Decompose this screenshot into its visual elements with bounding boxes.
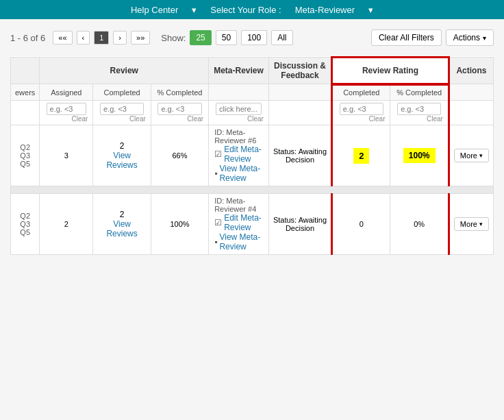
view-reviews-link-1[interactable]: View Reviews [106, 151, 137, 170]
cell-meta-review-2: ID: Meta-Reviewer #4 Edit Meta-Review Vi… [209, 194, 269, 255]
more-button-2[interactable]: More [454, 217, 489, 231]
edit-meta-review-link-2[interactable]: Edit Meta-Review [224, 213, 263, 232]
filter-meta-review-input[interactable] [216, 103, 262, 115]
cell-discussion-1: Status: Awaiting Decision [268, 125, 331, 186]
actions-button[interactable]: Actions [446, 29, 494, 46]
filter-rr-completed[interactable]: Clear [332, 101, 390, 125]
clear-completed-filter[interactable]: Clear [96, 115, 147, 123]
data-table-wrapper: Review Meta-Review Discussion & Feedback… [10, 56, 494, 255]
cell-rr-pct-2: 0% [390, 194, 449, 255]
page-range: 1 - 6 of 6 [10, 33, 45, 43]
col-discussion [268, 84, 331, 101]
nav-dropdown-arrow: ▾ [192, 5, 197, 15]
col-pct-completed: % Completed [151, 84, 208, 101]
cell-pct-2: 100% [151, 194, 208, 255]
col-rr-pct-completed: % Completed [390, 84, 449, 101]
show-all-button[interactable]: All [271, 30, 292, 45]
cell-pct-1: 66% [151, 125, 208, 186]
cell-rr-completed-2: 0 [332, 194, 390, 255]
completed-count-2: 2 [120, 210, 125, 219]
col-reviewers: ewers [11, 84, 40, 101]
reviewers-group-header [11, 58, 40, 84]
first-page-button[interactable]: «« [53, 31, 72, 45]
col-meta-review [209, 84, 269, 101]
clear-meta-filter[interactable]: Clear [212, 115, 266, 123]
q-label-q3-2: Q3 [20, 220, 30, 228]
col-completed: Completed [93, 84, 151, 101]
view-meta-review-link-1[interactable]: View Meta-Review [219, 164, 262, 183]
q-label-q3: Q3 [20, 151, 30, 160]
filter-rr-completed-input[interactable] [340, 103, 383, 115]
col-rr-completed: Completed [332, 84, 390, 101]
review-rating-group-header: Review Rating [332, 58, 449, 84]
current-page-button[interactable]: 1 [94, 31, 109, 45]
cell-rr-completed-1: 2 [332, 125, 390, 186]
cell-completed-2: 2 View Reviews [93, 194, 151, 255]
cell-assigned-2: 2 [40, 194, 93, 255]
cell-completed-1: 2 View Reviews [93, 125, 151, 186]
row-divider [11, 186, 494, 194]
edit-meta-review-1[interactable]: Edit Meta-Review [214, 145, 263, 164]
role-value-link[interactable]: Meta-Reviewer [295, 5, 355, 15]
edit-meta-review-2[interactable]: Edit Meta-Review [214, 213, 263, 232]
filter-reviewers [11, 101, 40, 125]
meta-review-id-2: ID: Meta-Reviewer #4 [214, 197, 263, 213]
q-label-q2-2: Q2 [20, 212, 30, 220]
cell-q-labels-2: Q2 Q3 Q5 [11, 194, 40, 255]
data-table: Review Meta-Review Discussion & Feedback… [10, 56, 494, 255]
filter-completed-input[interactable] [100, 103, 144, 115]
filter-rr-pct[interactable]: Clear [390, 101, 449, 125]
filter-discussion [268, 101, 331, 125]
last-page-button[interactable]: »» [131, 31, 150, 45]
view-meta-review-1[interactable]: View Meta-Review [214, 164, 263, 183]
completed-count-1: 2 [120, 141, 125, 151]
col-actions [449, 84, 493, 101]
show-50-button[interactable]: 50 [216, 30, 237, 45]
rr-completed-badge-1: 2 [353, 148, 369, 164]
prev-page-button[interactable]: ‹ [77, 31, 90, 45]
clear-filters-button[interactable]: Clear All Filters [371, 29, 442, 46]
pagination-row: 1 - 6 of 6 «« ‹ 1 › »» Show: 25 50 100 A… [10, 26, 494, 49]
cell-rr-pct-1: 100% [390, 125, 449, 186]
role-dropdown-arrow: ▾ [368, 5, 373, 15]
filter-assigned-input[interactable] [47, 103, 87, 115]
view-reviews-link-2[interactable]: View Reviews [106, 219, 137, 238]
more-button-1[interactable]: More [454, 149, 489, 162]
filter-rr-pct-input[interactable] [397, 103, 441, 115]
meta-review-group-header: Meta-Review [209, 58, 269, 84]
cell-assigned-1: 3 [40, 125, 93, 186]
cell-action-1: More [449, 125, 493, 186]
filter-meta-review[interactable]: Clear [209, 101, 269, 125]
edit-checkbox-icon-1 [214, 149, 222, 159]
cell-action-2: More [449, 194, 493, 255]
filter-pct-input[interactable] [158, 103, 201, 115]
edit-meta-review-link-1[interactable]: Edit Meta-Review [224, 145, 263, 164]
filter-pct-completed[interactable]: Clear [151, 101, 208, 125]
clear-assigned-filter[interactable]: Clear [42, 115, 90, 123]
view-meta-review-2[interactable]: View Meta-Review [214, 232, 263, 251]
filter-assigned[interactable]: Clear [40, 101, 93, 125]
cell-q-labels: Q2 Q3 Q5 [11, 125, 40, 186]
clear-pct-filter[interactable]: Clear [154, 115, 205, 123]
q-label-q5-2: Q5 [20, 228, 30, 236]
cell-meta-review-1: ID: Meta-Reviewer #6 Edit Meta-Review Vi… [209, 125, 269, 186]
show-100-button[interactable]: 100 [241, 30, 267, 45]
show-label: Show: [161, 33, 186, 43]
view-meta-review-link-2[interactable]: View Meta-Review [219, 232, 262, 251]
next-page-button[interactable]: › [113, 31, 127, 45]
clear-rr-completed-filter[interactable]: Clear [336, 115, 387, 123]
edit-checkbox-icon-2 [214, 218, 222, 227]
col-assigned: Assigned [40, 84, 93, 101]
show-25-button[interactable]: 25 [190, 30, 211, 45]
top-navigation: Help Center ▾ Select Your Role : Meta-Re… [0, 0, 504, 19]
cell-discussion-2: Status: Awaiting Decision [268, 194, 331, 255]
view-page-icon-1 [214, 169, 217, 178]
clear-rr-pct-filter[interactable]: Clear [393, 115, 444, 123]
view-page-icon-2 [214, 237, 217, 247]
filter-actions [449, 101, 493, 125]
discussion-group-header: Discussion & Feedback [268, 58, 331, 84]
help-center-link[interactable]: Help Center [131, 5, 178, 15]
meta-review-id-1: ID: Meta-Reviewer #6 [214, 128, 263, 145]
q-label-q2: Q2 [20, 143, 30, 151]
filter-completed[interactable]: Clear [93, 101, 151, 125]
